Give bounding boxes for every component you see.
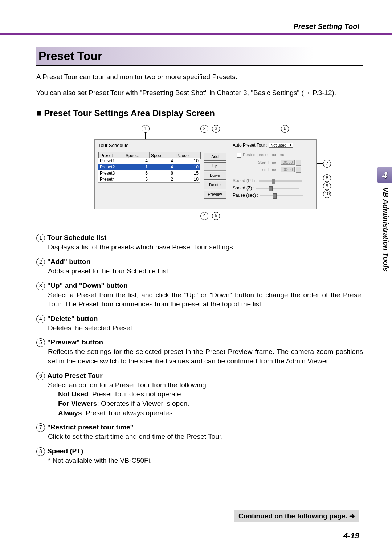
header-rule (0, 33, 392, 35)
settings-screenshot: 1 2 3 6 7 8 9 10 4 5 Tour Schedule Prese… (69, 125, 330, 223)
num-3: 3 (36, 282, 45, 290)
auto-preset-dropdown[interactable]: Not used (269, 143, 293, 148)
callout-10: 10 (323, 190, 331, 198)
sub-b-3: Always (58, 409, 82, 417)
section-heading-text: Preset Tour Settings Area Display Screen (44, 108, 215, 118)
callout-3: 3 (212, 125, 220, 133)
up-button[interactable]: Up (204, 162, 226, 170)
end-time-spinner[interactable] (296, 167, 301, 173)
def-head-3: "Up" and "Down" button (47, 282, 128, 289)
auto-preset-label: Auto Preset Tour : (233, 143, 268, 148)
right-settings: Auto Preset Tour : Not used Restrict pre… (233, 143, 303, 198)
sub-t-2: : Operates if a Viewer is open. (97, 400, 189, 407)
down-button[interactable]: Down (204, 172, 226, 180)
sq-bullet: ■ (36, 108, 42, 118)
intro-paragraph-2: You can also set Preset Tour with "Prese… (36, 88, 363, 98)
num-1: 1 (36, 234, 45, 242)
restrict-group: Restrict preset tour time Start Time : 0… (233, 150, 303, 175)
pause-slider[interactable] (260, 195, 303, 196)
table-row[interactable]: Preset45210 (98, 176, 200, 183)
section-heading: ■ Preset Tour Settings Area Display Scre… (36, 108, 363, 118)
callout-7: 7 (323, 160, 331, 168)
def-head-2: "Add" button (47, 258, 90, 265)
def-head-6: Auto Preset Tour (47, 372, 103, 379)
def-body-5: Reflects the settings for the selected p… (48, 347, 363, 366)
num-2: 2 (36, 258, 45, 266)
def-body-2: Adds a preset to the Tour Schedule List. (48, 266, 363, 276)
callout-9: 9 (323, 182, 331, 190)
speed-z-slider[interactable] (256, 188, 299, 189)
callout-1: 1 (142, 125, 150, 133)
definitions: 1Tour Schedule list Displays a list of t… (36, 234, 363, 465)
sub-t-3: : Preset Tour always operates. (82, 409, 174, 417)
speed-z-label: Speed (Z) : (233, 185, 254, 191)
intro-paragraph-1: A Preset Tour can tour and monitor two o… (36, 72, 363, 82)
sub-b-2: For Viewers (58, 400, 97, 407)
start-time-field[interactable]: 00:00 (281, 160, 295, 165)
def-head-4: "Delete" button (47, 315, 98, 322)
num-7: 7 (36, 423, 45, 432)
tour-schedule-label: Tour Schedule (98, 143, 128, 148)
start-time-label: Start Time : (258, 160, 278, 164)
def-body-7: Click to set the start time and end time… (48, 432, 363, 441)
preview-button[interactable]: Preview (204, 191, 226, 199)
chapter-tab: 4 (377, 167, 392, 183)
delete-button[interactable]: Delete (204, 181, 226, 189)
button-column: Add Up Down Delete Preview (204, 153, 226, 199)
num-6: 6 (36, 372, 45, 380)
def-body-1: Displays a list of the presets which hav… (48, 242, 363, 252)
lead-10 (316, 194, 323, 194)
sub-t-1: : Preset Tour does not operate. (88, 390, 183, 398)
table-row[interactable]: Preset14410 (98, 158, 200, 164)
num-4: 4 (36, 315, 45, 323)
table-row[interactable]: Preset21410 (98, 164, 200, 170)
page-title: Preset Tour (36, 47, 363, 66)
end-time-field[interactable]: 00:00 (281, 167, 295, 172)
continued-banner: Continued on the following page. ➜ (234, 510, 359, 522)
callout-2: 2 (200, 125, 208, 133)
def-body-6: Select an option for a Preset Tour from … (48, 380, 363, 390)
table-row[interactable]: Preset36815 (98, 170, 200, 176)
header-tool-name: Preset Setting Tool (293, 23, 359, 31)
def-head-8: Speed (PT) (47, 447, 83, 455)
sub-b-1: Not Used (58, 390, 88, 398)
lead-9 (316, 186, 323, 186)
callout-8: 8 (323, 174, 331, 182)
chapter-side-label: VB Administration Tools (381, 187, 390, 272)
def-head-7: "Restrict preset tour time" (47, 423, 134, 431)
start-time-spinner[interactable] (296, 160, 301, 166)
def-head-5: "Preview" button (47, 339, 103, 346)
def-body-4: Deletes the selected Preset. (48, 323, 363, 333)
add-button[interactable]: Add (204, 153, 226, 161)
callout-4: 4 (200, 212, 208, 220)
restrict-label: Restrict preset tour time (243, 152, 285, 157)
num-8: 8 (36, 447, 45, 456)
def-head-1: Tour Schedule list (47, 234, 106, 241)
callout-5: 5 (212, 212, 220, 220)
page: Preset Setting Tool 4 VB Administration … (0, 0, 392, 555)
speed-pt-slider[interactable] (259, 180, 302, 182)
lead-7 (316, 163, 323, 164)
table-body[interactable]: Preset14410 Preset21410 Preset36815 Pres… (98, 158, 200, 183)
dialog-panel: Tour Schedule Preset Spee... Spee... Pau… (94, 139, 317, 209)
restrict-checkbox[interactable] (237, 153, 241, 158)
callout-6: 6 (281, 125, 289, 133)
lead-8 (316, 178, 323, 178)
def-body-3: Select a Preset from the list, and click… (48, 290, 363, 309)
page-number: 4-19 (343, 531, 359, 540)
speed-pt-label: Speed (PT) : (233, 178, 257, 183)
end-time-label: End Time : (259, 167, 278, 172)
pause-sec-label: Pause (sec) : (233, 193, 258, 198)
def-body-8: * Not available with the VB-C50Fi. (48, 456, 363, 465)
num-5: 5 (36, 338, 45, 347)
